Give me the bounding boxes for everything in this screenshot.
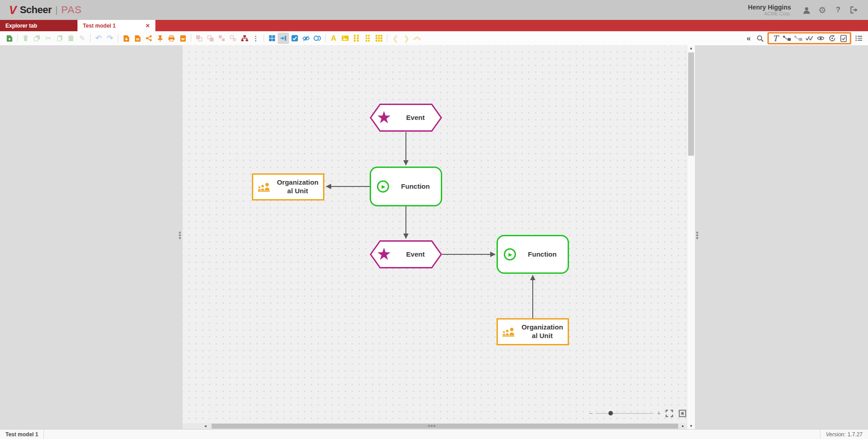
logo-product: PAS: [61, 4, 82, 16]
zoom-in-button[interactable]: +: [657, 410, 661, 417]
toggle-shapes-icon[interactable]: [312, 33, 323, 44]
node-event-1[interactable]: ★Event: [370, 103, 442, 132]
model-canvas[interactable]: − + ★Event▶FunctionOrganizational Unit★E…: [183, 45, 687, 423]
toolbar-right-before: «: [743, 33, 766, 44]
edit-icon: ✎: [77, 33, 88, 44]
tab-test-model-1[interactable]: Test model 1 ✕: [77, 20, 155, 31]
scroll-down-arrow[interactable]: ▼: [687, 424, 695, 428]
toolbar-highlight-box: T: [767, 32, 851, 44]
word-export-icon[interactable]: w: [177, 33, 188, 44]
play-icon: ▶: [377, 181, 389, 193]
preview-eye-icon[interactable]: [815, 33, 826, 44]
nav-up-icon: ❮: [412, 33, 424, 44]
tab-bar: Explorer tab Test model 1 ✕: [0, 20, 868, 31]
star-icon: ★: [376, 246, 391, 262]
star-icon: ★: [376, 109, 391, 126]
node-function-1[interactable]: ▶Function: [370, 167, 442, 206]
distribute-vertical-icon[interactable]: [362, 33, 373, 44]
user-block: Henry Higgins ACME Corp.: [748, 4, 791, 16]
user-org: ACME Corp.: [748, 11, 791, 16]
node-org-unit-2[interactable]: Organizational Unit: [497, 318, 569, 345]
nav-forward-icon: ❯: [401, 33, 412, 44]
zoom-out-button[interactable]: −: [589, 410, 593, 417]
zoom-slider-handle[interactable]: [608, 411, 613, 415]
tab-label: Test model 1: [83, 23, 116, 29]
panel-handle-left[interactable]: [179, 232, 181, 239]
search-icon[interactable]: [754, 33, 766, 44]
logo-mark-icon: V: [9, 5, 17, 16]
zoom-slider[interactable]: [596, 413, 654, 414]
connection-alt-icon: [792, 33, 804, 44]
settings-icon[interactable]: ⚙: [817, 5, 827, 15]
redo-icon: ↷: [104, 33, 116, 44]
list-view-icon[interactable]: [853, 33, 864, 44]
toolbar-separator: [90, 34, 91, 42]
hide-connections-icon[interactable]: [300, 33, 312, 44]
node-event-2[interactable]: ★Event: [370, 240, 442, 269]
doc-download-icon[interactable]: [121, 33, 132, 44]
status-version: Version: 1.7.27: [820, 429, 868, 439]
panel-handle-bottom[interactable]: [428, 425, 435, 427]
panel-handle-right[interactable]: [696, 232, 698, 239]
bring-front-icon: [193, 33, 205, 44]
status-bar: Test model 1 Version: 1.7.27: [0, 429, 868, 439]
logout-icon[interactable]: [849, 5, 859, 15]
vertical-scroll-thumb[interactable]: [688, 52, 694, 156]
logo-separator: |: [55, 5, 58, 15]
paste-icon: [65, 33, 77, 44]
org-chart-icon[interactable]: [239, 33, 250, 44]
more-options-icon[interactable]: ⋮: [250, 33, 261, 44]
fullscreen-icon[interactable]: [665, 409, 674, 418]
scroll-left-arrow[interactable]: ◂: [204, 423, 207, 429]
image-icon[interactable]: [339, 33, 351, 44]
trash-icon: [20, 33, 31, 44]
connection-tool-icon[interactable]: [781, 33, 792, 44]
tab-close-icon[interactable]: ✕: [141, 23, 150, 29]
toolbar-right-after: [853, 33, 864, 44]
people-icon: [257, 182, 273, 192]
user-icon[interactable]: [801, 5, 811, 15]
pin-icon[interactable]: [154, 33, 166, 44]
horizontal-scroll-thumb[interactable]: [212, 424, 678, 429]
node-label: Function: [394, 182, 437, 191]
distribute-grid-icon[interactable]: [373, 33, 385, 44]
nav-back-icon: ❮: [390, 33, 401, 44]
node-function-2[interactable]: ▶Function: [497, 235, 569, 274]
node-org-unit-1[interactable]: Organizational Unit: [252, 173, 324, 200]
vertical-scrollbar[interactable]: ▲ ▼: [687, 45, 695, 429]
new-file-icon[interactable]: [4, 33, 15, 44]
snap-icon[interactable]: [278, 33, 289, 44]
distribute-dots-icon[interactable]: [351, 33, 362, 44]
print-icon[interactable]: [166, 33, 177, 44]
double-check-icon[interactable]: [804, 33, 815, 44]
workspace: − + ★Event▶FunctionOrganizational Unit★E…: [0, 45, 868, 429]
play-icon: ▶: [504, 248, 516, 261]
node-label: Event: [392, 250, 439, 259]
font-color-icon[interactable]: A: [328, 33, 339, 44]
checkbox-icon[interactable]: [289, 33, 300, 44]
left-panel-collapsed: [0, 45, 183, 429]
share-icon[interactable]: [143, 33, 154, 44]
refresh-icon[interactable]: [826, 33, 838, 44]
scroll-up-arrow[interactable]: ▲: [687, 46, 695, 50]
text-tool-icon[interactable]: T: [770, 33, 781, 44]
undo-icon: ↶: [93, 33, 104, 44]
collapse-panel-icon[interactable]: «: [743, 33, 754, 44]
help-icon[interactable]: ?: [833, 5, 843, 15]
logo-name: Scheer: [20, 4, 52, 16]
scroll-right-arrow[interactable]: ▸: [682, 423, 684, 429]
fit-view-icon[interactable]: [678, 409, 687, 418]
send-backward-icon: [227, 33, 239, 44]
toolbar-left-groups: ✂✎↶↷w⋮A❮❯❮: [4, 33, 424, 44]
toolbar-separator: [325, 34, 326, 42]
header-icons: ⚙?: [801, 5, 859, 15]
app-header: V Scheer | PAS Henry Higgins ACME Corp. …: [0, 0, 868, 20]
copy-icon: [54, 33, 65, 44]
user-name: Henry Higgins: [748, 4, 791, 11]
status-model-name: Test model 1: [0, 429, 44, 439]
validate-icon[interactable]: [838, 33, 849, 44]
doc-report-icon[interactable]: [132, 33, 143, 44]
grid-view-icon[interactable]: [266, 33, 278, 44]
tab-explorer[interactable]: Explorer tab: [0, 20, 77, 31]
node-label: Organizational Unit: [521, 323, 564, 340]
